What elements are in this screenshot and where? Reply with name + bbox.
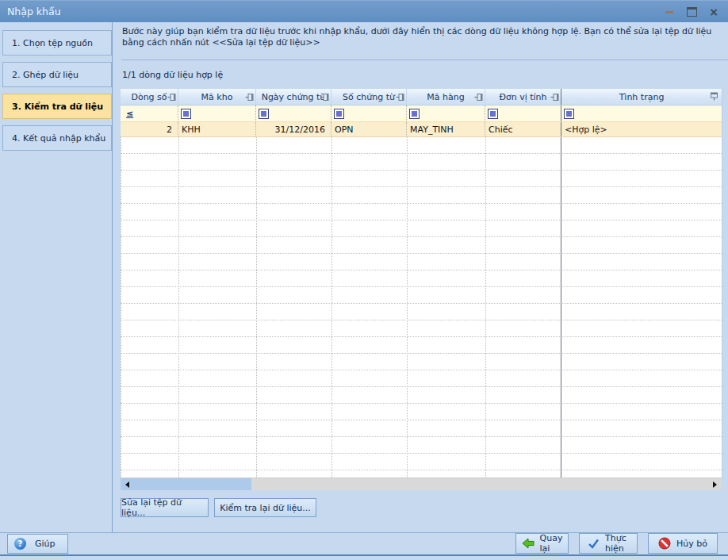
column-header-document-date[interactable]: Ngày chứng từ (256, 89, 331, 105)
close-icon: × (709, 6, 718, 17)
footer-actions: Quay lại Thực hiện Hủy bỏ (515, 533, 718, 554)
data-grid: Dòng số Mã kho Ngày chứng từ Số chứng từ… (121, 89, 722, 478)
filter-cell-item-code[interactable] (407, 105, 485, 121)
execute-button[interactable]: Thực hiện (579, 533, 638, 554)
scrollbar-track[interactable] (251, 478, 708, 490)
cell-status: <Hợp lệ> (561, 122, 722, 136)
pin-icon[interactable] (167, 93, 176, 102)
step-description: Bước này giúp bạn kiểm tra dữ liệu trước… (122, 26, 720, 48)
empty-grid-row (121, 404, 722, 420)
titlebar[interactable]: Nhập khẩu × (0, 0, 728, 22)
pin-icon[interactable] (474, 93, 483, 102)
sidebar-item-step1[interactable]: 1. Chọn tệp nguồn (2, 30, 112, 56)
help-label: Giúp (35, 539, 56, 549)
sidebar-item-step2[interactable]: 2. Ghép dữ liệu (2, 62, 112, 87)
filter-cell-line-number[interactable]: ≤ (121, 105, 178, 121)
column-header-unit[interactable]: Đơn vị tính (485, 89, 561, 105)
window-title: Nhập khẩu (7, 6, 61, 17)
sidebar-item-step3-active[interactable]: 3. Kiểm tra dữ liệu (2, 94, 112, 119)
grid-filter-row: ≤ (121, 105, 722, 121)
close-button[interactable]: × (703, 3, 725, 21)
step3-label: 3. Kiểm tra dữ liệu (12, 102, 103, 112)
fix-data-file-button[interactable]: Sửa lại tệp dữ liệu... (121, 498, 209, 517)
grid-gridline (178, 137, 179, 478)
empty-grid-row (121, 320, 722, 337)
empty-grid-row (121, 254, 722, 270)
scroll-right-arrow-icon (713, 481, 717, 488)
empty-grid-row (121, 437, 722, 454)
back-label: Quay lại (540, 533, 563, 554)
import-dialog-window: Nhập khẩu × 1. Chọn tệp nguồn 2. Ghép dữ… (0, 0, 728, 560)
empty-grid-row (121, 420, 722, 437)
recheck-data-button[interactable]: Kiểm tra lại dữ liệu... (214, 498, 316, 517)
column-header-document-number[interactable]: Số chứng từ (331, 89, 407, 105)
filter-button-icon[interactable] (488, 109, 498, 119)
filter-button-icon[interactable] (181, 109, 191, 119)
scroll-left-button[interactable] (121, 478, 134, 490)
filter-operator[interactable]: ≤ (123, 109, 133, 119)
pinned-icon[interactable] (710, 92, 718, 101)
step1-label: 1. Chọn tệp nguồn (12, 38, 93, 48)
sidebar-item-step4[interactable]: 4. Kết quả nhập khẩu (2, 125, 112, 151)
empty-grid-row (121, 470, 722, 478)
back-arrow-icon (522, 538, 535, 549)
empty-grid-row (121, 187, 722, 204)
empty-grid-row (121, 137, 722, 154)
filter-button-inner (490, 111, 496, 117)
pin-icon[interactable] (550, 93, 559, 102)
filter-button-icon[interactable] (409, 109, 420, 119)
step4-label: 4. Kết quả nhập khẩu (12, 133, 105, 144)
column-label: Tình trạng (619, 92, 665, 102)
pin-icon[interactable] (320, 93, 329, 102)
filter-button-icon[interactable] (564, 109, 574, 119)
scrollbar-thumb[interactable] (134, 478, 251, 490)
maximize-icon (687, 7, 697, 17)
filter-cell-unit[interactable] (485, 105, 561, 121)
maximize-button[interactable] (680, 3, 703, 21)
cell-document-number: OPN (331, 122, 407, 136)
empty-grid-row (121, 337, 722, 354)
column-header-status[interactable]: Tình trạng (561, 89, 722, 105)
filter-button-inner (183, 111, 189, 117)
filter-button-inner (412, 111, 417, 117)
execute-label: Thực hiện (605, 533, 629, 554)
cell-unit: Chiếc (485, 122, 561, 136)
pin-icon[interactable] (245, 93, 254, 102)
sidebar-divider (112, 22, 113, 532)
grid-gridline (331, 137, 332, 478)
column-label: Đơn vị tính (499, 92, 546, 102)
table-row[interactable]: 2 KHH 31/12/2016 OPN MAY_TINH Chiếc <Hợp… (121, 121, 722, 137)
scroll-right-button[interactable] (708, 478, 722, 490)
grid-gridline (256, 137, 257, 478)
cancel-button[interactable]: Hủy bỏ (648, 533, 718, 554)
pin-icon[interactable] (396, 93, 404, 102)
filter-button-icon[interactable] (259, 109, 269, 119)
empty-grid-row (121, 204, 722, 221)
filter-button-inner (336, 111, 342, 117)
cell-warehouse-code: KHH (178, 122, 256, 136)
grid-gridline (485, 137, 486, 478)
empty-grid-row (121, 171, 722, 187)
filter-button-inner (261, 111, 266, 117)
filter-cell-document-date[interactable] (256, 105, 331, 121)
help-button[interactable]: ? Giúp (7, 534, 68, 554)
empty-grid-row (121, 237, 722, 254)
column-label: Ngày chứng từ (262, 92, 326, 102)
empty-grid-row (121, 154, 722, 171)
minimize-button[interactable] (658, 3, 680, 21)
empty-grid-row (121, 387, 722, 404)
grid-gridline (407, 137, 408, 478)
column-header-item-code[interactable]: Mã hàng (407, 89, 485, 105)
empty-grid-row (121, 454, 722, 470)
filter-cell-document-number[interactable] (331, 105, 407, 121)
filter-cell-status[interactable] (561, 105, 722, 121)
minimize-icon (665, 11, 673, 13)
filter-button-icon[interactable] (334, 109, 344, 119)
horizontal-scrollbar[interactable] (121, 478, 722, 490)
column-header-warehouse-code[interactable]: Mã kho (178, 89, 256, 105)
filter-cell-warehouse-code[interactable] (178, 105, 256, 121)
cell-document-date: 31/12/2016 (256, 122, 331, 136)
column-header-line-number[interactable]: Dòng số (121, 89, 178, 105)
grid-empty-rows (121, 137, 722, 478)
back-button[interactable]: Quay lại (515, 533, 569, 554)
